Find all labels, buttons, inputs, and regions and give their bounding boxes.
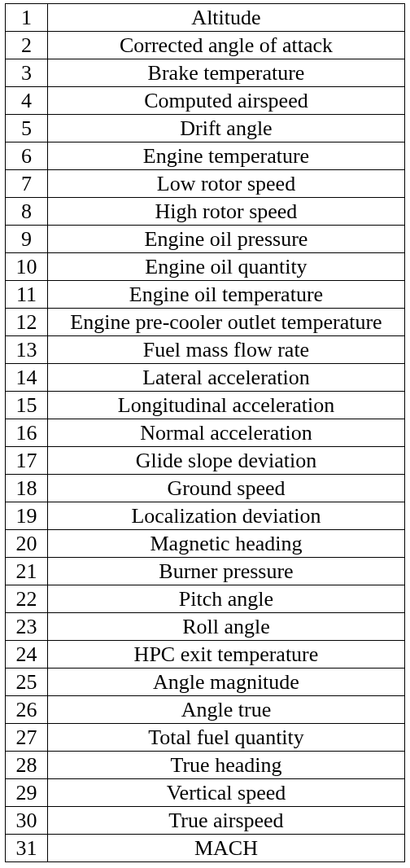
table-row: 28True heading bbox=[6, 752, 405, 779]
row-label: High rotor speed bbox=[47, 198, 404, 226]
row-number: 20 bbox=[6, 530, 48, 558]
row-label: Vertical speed bbox=[47, 779, 404, 807]
table-row: 18Ground speed bbox=[6, 475, 405, 502]
table-row: 26Angle true bbox=[6, 696, 405, 724]
table-row: 23Roll angle bbox=[6, 613, 405, 641]
row-label: Computed airspeed bbox=[47, 87, 404, 115]
table-row: 1Altitude bbox=[6, 4, 405, 32]
table-row: 24HPC exit temperature bbox=[6, 641, 405, 669]
row-number: 13 bbox=[6, 336, 48, 364]
parameter-table: 1Altitude 2Corrected angle of attack 3Br… bbox=[5, 3, 405, 862]
row-label: Corrected angle of attack bbox=[47, 32, 404, 59]
table-row: 12Engine pre-cooler outlet temperature bbox=[6, 309, 405, 336]
row-label: Burner pressure bbox=[47, 558, 404, 585]
table-row: 9Engine oil pressure bbox=[6, 226, 405, 253]
table-row: 15Longitudinal acceleration bbox=[6, 392, 405, 419]
row-label: Angle magnitude bbox=[47, 669, 404, 696]
table-row: 22Pitch angle bbox=[6, 585, 405, 613]
row-number: 3 bbox=[6, 59, 48, 87]
row-label: Engine oil pressure bbox=[47, 226, 404, 253]
row-number: 11 bbox=[6, 281, 48, 309]
row-label: True heading bbox=[47, 752, 404, 779]
table-row: 7Low rotor speed bbox=[6, 170, 405, 198]
row-number: 23 bbox=[6, 613, 48, 641]
table-row: 8High rotor speed bbox=[6, 198, 405, 226]
row-number: 18 bbox=[6, 475, 48, 502]
row-number: 29 bbox=[6, 779, 48, 807]
row-number: 26 bbox=[6, 696, 48, 724]
table-row: 19Localization deviation bbox=[6, 502, 405, 530]
table-row: 16Normal acceleration bbox=[6, 419, 405, 447]
row-label: Angle true bbox=[47, 696, 404, 724]
table-row: 17Glide slope deviation bbox=[6, 447, 405, 475]
table-row: 29Vertical speed bbox=[6, 779, 405, 807]
table-row: 11Engine oil temperature bbox=[6, 281, 405, 309]
row-label: Engine pre-cooler outlet temperature bbox=[47, 309, 404, 336]
row-number: 7 bbox=[6, 170, 48, 198]
row-number: 31 bbox=[6, 835, 48, 862]
row-number: 21 bbox=[6, 558, 48, 585]
row-label: Magnetic heading bbox=[47, 530, 404, 558]
row-label: Altitude bbox=[47, 4, 404, 32]
table-row: 2Corrected angle of attack bbox=[6, 32, 405, 59]
row-number: 15 bbox=[6, 392, 48, 419]
row-label: Lateral acceleration bbox=[47, 364, 404, 392]
row-number: 12 bbox=[6, 309, 48, 336]
table-body: 1Altitude 2Corrected angle of attack 3Br… bbox=[6, 4, 405, 862]
row-number: 16 bbox=[6, 419, 48, 447]
table-row: 4Computed airspeed bbox=[6, 87, 405, 115]
table-row: 21Burner pressure bbox=[6, 558, 405, 585]
row-number: 17 bbox=[6, 447, 48, 475]
row-label: Roll angle bbox=[47, 613, 404, 641]
row-number: 8 bbox=[6, 198, 48, 226]
row-number: 27 bbox=[6, 724, 48, 752]
row-label: HPC exit temperature bbox=[47, 641, 404, 669]
row-label: Drift angle bbox=[47, 115, 404, 142]
row-label: Longitudinal acceleration bbox=[47, 392, 404, 419]
row-label: Ground speed bbox=[47, 475, 404, 502]
table-row: 10Engine oil quantity bbox=[6, 253, 405, 281]
row-number: 22 bbox=[6, 585, 48, 613]
row-number: 5 bbox=[6, 115, 48, 142]
table-row: 31MACH bbox=[6, 835, 405, 862]
row-number: 4 bbox=[6, 87, 48, 115]
row-label: Pitch angle bbox=[47, 585, 404, 613]
table-row: 25Angle magnitude bbox=[6, 669, 405, 696]
row-number: 6 bbox=[6, 142, 48, 170]
table-row: 5Drift angle bbox=[6, 115, 405, 142]
row-number: 1 bbox=[6, 4, 48, 32]
row-label: MACH bbox=[47, 835, 404, 862]
row-number: 9 bbox=[6, 226, 48, 253]
table-row: 3Brake temperature bbox=[6, 59, 405, 87]
table-row: 14Lateral acceleration bbox=[6, 364, 405, 392]
row-label: Total fuel quantity bbox=[47, 724, 404, 752]
row-label: Fuel mass flow rate bbox=[47, 336, 404, 364]
table-row: 30True airspeed bbox=[6, 807, 405, 835]
table-row: 27Total fuel quantity bbox=[6, 724, 405, 752]
row-label: True airspeed bbox=[47, 807, 404, 835]
table-row: 20Magnetic heading bbox=[6, 530, 405, 558]
row-number: 24 bbox=[6, 641, 48, 669]
row-label: Localization deviation bbox=[47, 502, 404, 530]
row-number: 2 bbox=[6, 32, 48, 59]
row-label: Low rotor speed bbox=[47, 170, 404, 198]
row-label: Engine oil temperature bbox=[47, 281, 404, 309]
row-label: Normal acceleration bbox=[47, 419, 404, 447]
row-label: Glide slope deviation bbox=[47, 447, 404, 475]
row-number: 19 bbox=[6, 502, 48, 530]
row-number: 10 bbox=[6, 253, 48, 281]
row-number: 25 bbox=[6, 669, 48, 696]
row-label: Engine oil quantity bbox=[47, 253, 404, 281]
row-number: 30 bbox=[6, 807, 48, 835]
row-number: 28 bbox=[6, 752, 48, 779]
table-row: 13Fuel mass flow rate bbox=[6, 336, 405, 364]
row-label: Brake temperature bbox=[47, 59, 404, 87]
row-number: 14 bbox=[6, 364, 48, 392]
table-row: 6Engine temperature bbox=[6, 142, 405, 170]
row-label: Engine temperature bbox=[47, 142, 404, 170]
